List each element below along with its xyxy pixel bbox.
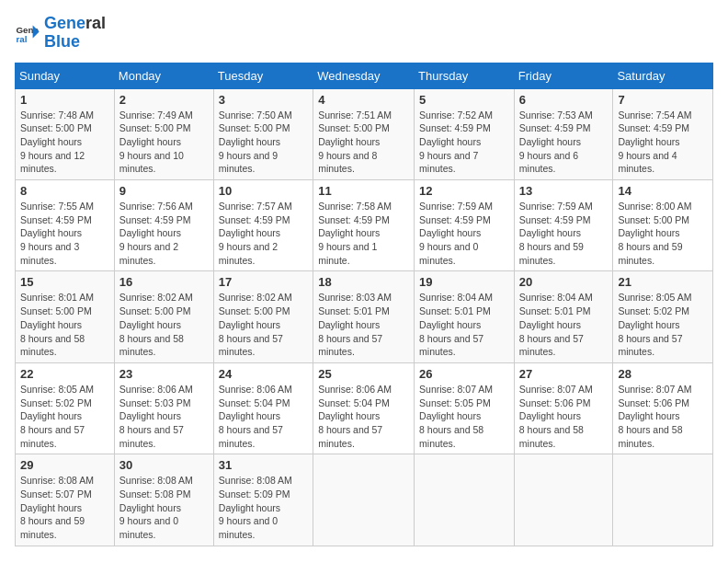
- day-info: Sunrise: 8:03 AMSunset: 5:01 PMDaylight …: [318, 291, 409, 358]
- calendar-cell: 16 Sunrise: 8:02 AMSunset: 5:00 PMDaylig…: [114, 271, 213, 362]
- calendar-cell: 7 Sunrise: 7:54 AMSunset: 4:59 PMDayligh…: [613, 88, 713, 179]
- day-info: Sunrise: 8:08 AMSunset: 5:08 PMDaylight …: [119, 474, 209, 541]
- week-row-3: 22 Sunrise: 8:05 AMSunset: 5:02 PMDaylig…: [16, 362, 713, 454]
- calendar-cell: 18 Sunrise: 8:03 AMSunset: 5:01 PMDaylig…: [313, 271, 415, 362]
- calendar-cell: [313, 454, 415, 546]
- calendar-cell: 25 Sunrise: 8:06 AMSunset: 5:04 PMDaylig…: [313, 362, 415, 454]
- day-info: Sunrise: 8:01 AMSunset: 5:00 PMDaylight …: [20, 291, 109, 358]
- day-number: 7: [618, 93, 708, 107]
- day-info: Sunrise: 7:55 AMSunset: 4:59 PMDaylight …: [20, 200, 109, 267]
- week-row-4: 29 Sunrise: 8:08 AMSunset: 5:07 PMDaylig…: [16, 454, 713, 546]
- day-info: Sunrise: 8:04 AMSunset: 5:01 PMDaylight …: [519, 291, 609, 358]
- calendar-cell: 13 Sunrise: 7:59 AMSunset: 4:59 PMDaylig…: [514, 180, 613, 271]
- day-number: 11: [318, 184, 409, 198]
- day-info: Sunrise: 8:06 AMSunset: 5:04 PMDaylight …: [318, 383, 409, 450]
- calendar-cell: 23 Sunrise: 8:06 AMSunset: 5:03 PMDaylig…: [114, 362, 213, 454]
- day-number: 9: [119, 184, 209, 198]
- header-wednesday: Wednesday: [313, 63, 415, 88]
- header-sunday: Sunday: [16, 63, 115, 88]
- calendar-cell: [514, 454, 613, 546]
- week-row-1: 8 Sunrise: 7:55 AMSunset: 4:59 PMDayligh…: [16, 180, 713, 271]
- calendar-cell: [415, 454, 515, 546]
- calendar-cell: 21 Sunrise: 8:05 AMSunset: 5:02 PMDaylig…: [613, 271, 713, 362]
- day-info: Sunrise: 7:54 AMSunset: 4:59 PMDaylight …: [618, 109, 708, 176]
- calendar-cell: 22 Sunrise: 8:05 AMSunset: 5:02 PMDaylig…: [16, 362, 115, 454]
- day-info: Sunrise: 8:07 AMSunset: 5:05 PMDaylight …: [419, 383, 509, 450]
- day-info: Sunrise: 8:08 AMSunset: 5:07 PMDaylight …: [20, 474, 109, 541]
- day-info: Sunrise: 8:04 AMSunset: 5:01 PMDaylight …: [419, 291, 509, 358]
- calendar-cell: 27 Sunrise: 8:07 AMSunset: 5:06 PMDaylig…: [514, 362, 613, 454]
- day-number: 27: [519, 367, 609, 381]
- header-row: SundayMondayTuesdayWednesdayThursdayFrid…: [16, 63, 713, 88]
- calendar-cell: 31 Sunrise: 8:08 AMSunset: 5:09 PMDaylig…: [213, 454, 313, 546]
- day-info: Sunrise: 8:05 AMSunset: 5:02 PMDaylight …: [20, 383, 109, 450]
- calendar-cell: 8 Sunrise: 7:55 AMSunset: 4:59 PMDayligh…: [16, 180, 115, 271]
- day-info: Sunrise: 7:59 AMSunset: 4:59 PMDaylight …: [419, 200, 509, 267]
- calendar-cell: 5 Sunrise: 7:52 AMSunset: 4:59 PMDayligh…: [415, 88, 515, 179]
- day-number: 23: [119, 367, 209, 381]
- logo-icon: Gene ral: [15, 20, 40, 46]
- day-info: Sunrise: 7:49 AMSunset: 5:00 PMDaylight …: [119, 109, 209, 176]
- day-number: 20: [519, 275, 609, 289]
- day-number: 30: [119, 458, 209, 472]
- day-number: 13: [519, 184, 609, 198]
- svg-text:ral: ral: [16, 34, 27, 44]
- day-info: Sunrise: 8:07 AMSunset: 5:06 PMDaylight …: [618, 383, 708, 450]
- calendar-cell: 19 Sunrise: 8:04 AMSunset: 5:01 PMDaylig…: [415, 271, 515, 362]
- day-number: 6: [519, 93, 609, 107]
- header-friday: Friday: [514, 63, 613, 88]
- header-thursday: Thursday: [415, 63, 515, 88]
- day-number: 29: [20, 458, 109, 472]
- week-row-0: 1 Sunrise: 7:48 AMSunset: 5:00 PMDayligh…: [16, 88, 713, 179]
- calendar-cell: 30 Sunrise: 8:08 AMSunset: 5:08 PMDaylig…: [114, 454, 213, 546]
- day-number: 19: [419, 275, 509, 289]
- calendar-cell: 29 Sunrise: 8:08 AMSunset: 5:07 PMDaylig…: [16, 454, 115, 546]
- calendar-cell: 20 Sunrise: 8:04 AMSunset: 5:01 PMDaylig…: [514, 271, 613, 362]
- day-number: 28: [618, 367, 708, 381]
- day-number: 3: [219, 93, 308, 107]
- day-number: 17: [219, 275, 308, 289]
- calendar-cell: 17 Sunrise: 8:02 AMSunset: 5:00 PMDaylig…: [213, 271, 313, 362]
- header-monday: Monday: [114, 63, 213, 88]
- day-info: Sunrise: 7:56 AMSunset: 4:59 PMDaylight …: [119, 200, 209, 267]
- day-number: 31: [219, 458, 308, 472]
- day-number: 25: [318, 367, 409, 381]
- calendar-cell: 14 Sunrise: 8:00 AMSunset: 5:00 PMDaylig…: [613, 180, 713, 271]
- day-number: 15: [20, 275, 109, 289]
- calendar-cell: 1 Sunrise: 7:48 AMSunset: 5:00 PMDayligh…: [16, 88, 115, 179]
- day-info: Sunrise: 8:02 AMSunset: 5:00 PMDaylight …: [119, 291, 209, 358]
- calendar-cell: [613, 454, 713, 546]
- calendar-cell: 24 Sunrise: 8:06 AMSunset: 5:04 PMDaylig…: [213, 362, 313, 454]
- page-header: Gene ral GeneralBlue: [15, 15, 713, 52]
- calendar-cell: 4 Sunrise: 7:51 AMSunset: 5:00 PMDayligh…: [313, 88, 415, 179]
- day-info: Sunrise: 7:59 AMSunset: 4:59 PMDaylight …: [519, 200, 609, 267]
- day-number: 18: [318, 275, 409, 289]
- day-number: 5: [419, 93, 509, 107]
- day-number: 26: [419, 367, 509, 381]
- day-info: Sunrise: 8:05 AMSunset: 5:02 PMDaylight …: [618, 291, 708, 358]
- day-info: Sunrise: 7:58 AMSunset: 4:59 PMDaylight …: [318, 200, 409, 267]
- calendar-cell: 2 Sunrise: 7:49 AMSunset: 5:00 PMDayligh…: [114, 88, 213, 179]
- day-info: Sunrise: 7:53 AMSunset: 4:59 PMDaylight …: [519, 109, 609, 176]
- calendar-cell: 28 Sunrise: 8:07 AMSunset: 5:06 PMDaylig…: [613, 362, 713, 454]
- day-number: 10: [219, 184, 308, 198]
- logo: Gene ral GeneralBlue: [15, 15, 106, 52]
- day-info: Sunrise: 8:07 AMSunset: 5:06 PMDaylight …: [519, 383, 609, 450]
- day-info: Sunrise: 8:02 AMSunset: 5:00 PMDaylight …: [219, 291, 308, 358]
- day-info: Sunrise: 7:48 AMSunset: 5:00 PMDaylight …: [20, 109, 109, 176]
- day-number: 21: [618, 275, 708, 289]
- day-info: Sunrise: 8:06 AMSunset: 5:04 PMDaylight …: [219, 383, 308, 450]
- week-row-2: 15 Sunrise: 8:01 AMSunset: 5:00 PMDaylig…: [16, 271, 713, 362]
- day-number: 12: [419, 184, 509, 198]
- day-number: 14: [618, 184, 708, 198]
- calendar-table: SundayMondayTuesdayWednesdayThursdayFrid…: [15, 63, 713, 546]
- calendar-cell: 12 Sunrise: 7:59 AMSunset: 4:59 PMDaylig…: [415, 180, 515, 271]
- day-info: Sunrise: 7:51 AMSunset: 5:00 PMDaylight …: [318, 109, 409, 176]
- calendar-cell: 10 Sunrise: 7:57 AMSunset: 4:59 PMDaylig…: [213, 180, 313, 271]
- day-info: Sunrise: 7:57 AMSunset: 4:59 PMDaylight …: [219, 200, 308, 267]
- day-info: Sunrise: 8:06 AMSunset: 5:03 PMDaylight …: [119, 383, 209, 450]
- day-info: Sunrise: 7:50 AMSunset: 5:00 PMDaylight …: [219, 109, 308, 176]
- day-number: 8: [20, 184, 109, 198]
- day-number: 24: [219, 367, 308, 381]
- header-saturday: Saturday: [613, 63, 713, 88]
